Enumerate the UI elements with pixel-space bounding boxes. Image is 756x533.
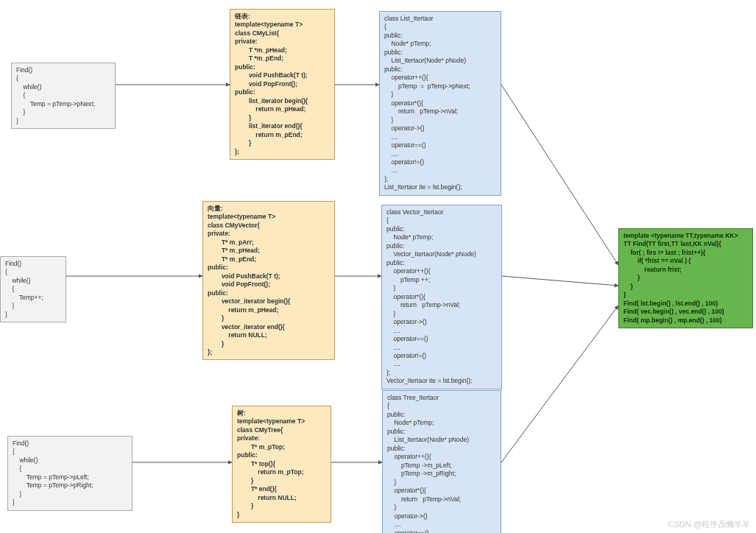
tree-class-box: 树: template<typename T> class CMyTree{ p… — [232, 406, 331, 523]
watermark: CSDN @程序员懒羊羊 — [668, 519, 750, 530]
find-vector-box: Find() { while() { Temp++; } } — [0, 256, 66, 322]
find-list-box: Find() { while() { Temp = pTemp->pNext; … — [11, 63, 116, 129]
svg-line-8 — [501, 306, 618, 462]
find-template-box: template <typename TT,typename KK> TT Fi… — [618, 228, 753, 328]
vector-iterator-box: class Vector_Itertaor { public: Node* pT… — [381, 205, 502, 389]
svg-line-6 — [501, 85, 618, 265]
list-iterator-box: class List_Itertaor { public: Node* pTem… — [379, 11, 501, 196]
vector-class-box: 向量: template<typename T> class CMyVector… — [202, 201, 335, 360]
linked-list-class-box: 链表: template<typename T> class CMyList{ … — [230, 9, 335, 160]
svg-line-7 — [502, 276, 618, 286]
find-tree-box: Find() { while() { Temp = pTemp->pLeft; … — [7, 436, 133, 511]
tree-iterator-box: class Tree_Itertaor { public: Node* pTem… — [382, 390, 501, 533]
